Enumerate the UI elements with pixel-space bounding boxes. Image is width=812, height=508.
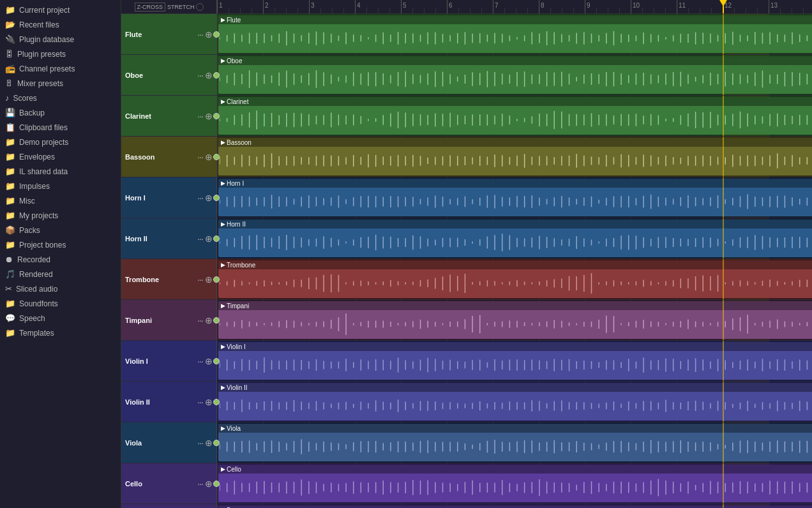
sidebar-item-rendered[interactable]: 🎵 Rendered bbox=[0, 267, 121, 281]
sidebar-item-my-projects[interactable]: 📁 My projects bbox=[0, 208, 121, 223]
sidebar-item-soundfonts[interactable]: 📁 Soundfonts bbox=[0, 296, 121, 311]
track-header-bassoon[interactable]: Bassoon···⊕ bbox=[121, 137, 217, 177]
node-connector-dot[interactable] bbox=[213, 440, 220, 446]
track-header-flute[interactable]: Flute···⊕ bbox=[121, 14, 217, 54]
track-add-icon[interactable]: ⊕ bbox=[205, 356, 213, 366]
track-dots-icon[interactable]: ··· bbox=[197, 315, 203, 325]
node-connector-dot[interactable] bbox=[213, 154, 220, 160]
node-connector-dot[interactable] bbox=[213, 235, 220, 242]
sidebar-item-recent-files[interactable]: 📂 Recent files bbox=[0, 17, 121, 32]
sidebar-item-templates[interactable]: 📁 Templates bbox=[0, 325, 121, 340]
node-connector-dot[interactable] bbox=[213, 31, 220, 38]
track-header-violin1[interactable]: Violin I···⊕ bbox=[121, 341, 217, 381]
track-controls-viola: ···⊕ bbox=[197, 438, 213, 448]
track-dots-icon[interactable]: ··· bbox=[197, 193, 203, 203]
track-content-cello[interactable]: ▶ Cello bbox=[217, 463, 812, 504]
track-dots-icon[interactable]: ··· bbox=[197, 438, 203, 448]
node-connector-dot[interactable] bbox=[213, 358, 220, 364]
track-dots-icon[interactable]: ··· bbox=[197, 29, 203, 40]
track-add-icon[interactable]: ⊕ bbox=[205, 274, 213, 285]
sidebar-label: IL shared data bbox=[19, 167, 68, 176]
track-add-icon[interactable]: ⊕ bbox=[205, 234, 213, 244]
track-add-icon[interactable]: ⊕ bbox=[205, 152, 213, 162]
track-add-icon[interactable]: ⊕ bbox=[205, 29, 213, 40]
sidebar-item-il-shared-data[interactable]: 📁 IL shared data bbox=[0, 164, 121, 179]
sidebar-item-envelopes[interactable]: 📁 Envelopes bbox=[0, 149, 121, 164]
track-dots-icon[interactable]: ··· bbox=[197, 274, 203, 285]
playhead-line bbox=[723, 341, 724, 381]
sidebar-item-current-project[interactable]: 📁 Current project bbox=[0, 3, 121, 17]
track-header-trombone[interactable]: Trombone···⊕ bbox=[121, 259, 217, 299]
sidebar-item-mixer-presets[interactable]: 🎚 Mixer presets bbox=[0, 76, 121, 91]
track-content-oboe[interactable]: ▶ Oboe bbox=[217, 55, 812, 95]
sidebar-item-impulses[interactable]: 📁 Impulses bbox=[0, 179, 121, 193]
playhead-line bbox=[723, 382, 724, 422]
timeline-ruler[interactable]: 12345678910111213 bbox=[217, 0, 812, 13]
track-add-icon[interactable]: ⊕ bbox=[205, 315, 213, 325]
sidebar-item-channel-presets[interactable]: 📻 Channel presets bbox=[0, 61, 121, 76]
track-header-timpani[interactable]: Timpani···⊕ bbox=[121, 300, 217, 340]
track-header-cello[interactable]: Cello···⊕ bbox=[121, 463, 217, 504]
sidebar-item-recorded[interactable]: ⏺ Recorded bbox=[0, 252, 121, 267]
track-dots-icon[interactable]: ··· bbox=[197, 70, 203, 80]
track-header-clarinet[interactable]: Clarinet···⊕ bbox=[121, 96, 217, 136]
sidebar-item-demo-projects[interactable]: 📁 Demo projects bbox=[0, 135, 121, 149]
node-connector-dot[interactable] bbox=[213, 399, 220, 405]
folder-icon: 📁 bbox=[5, 137, 15, 147]
sidebar-item-plugin-database[interactable]: 🔌 Plugin database bbox=[0, 32, 121, 47]
track-header-viola[interactable]: Viola···⊕ bbox=[121, 422, 217, 463]
track-dots-icon[interactable]: ··· bbox=[197, 152, 203, 162]
playhead-line bbox=[723, 14, 724, 54]
track-header-horn1[interactable]: Horn I···⊕ bbox=[121, 177, 217, 218]
node-connector-dot[interactable] bbox=[213, 276, 220, 283]
track-add-icon[interactable]: ⊕ bbox=[205, 438, 213, 448]
track-dots-icon[interactable]: ··· bbox=[197, 479, 203, 489]
sidebar-item-clipboard-files[interactable]: 📋 Clipboard files bbox=[0, 120, 121, 135]
plugin-icon: 🔌 bbox=[5, 34, 15, 44]
node-connector-dot[interactable] bbox=[213, 317, 220, 324]
track-content-violin2[interactable]: ▶ Violin II bbox=[217, 382, 812, 422]
track-content-trombone[interactable]: ▶ Trombone bbox=[217, 259, 812, 299]
track-content-horn2[interactable]: ▶ Horn II bbox=[217, 218, 812, 258]
track-add-icon[interactable]: ⊕ bbox=[205, 193, 213, 203]
track-header-oboe[interactable]: Oboe···⊕ bbox=[121, 55, 217, 95]
track-content-viola[interactable]: ▶ Viola bbox=[217, 422, 812, 463]
sidebar-item-speech[interactable]: 💬 Speech bbox=[0, 311, 121, 325]
track-header-contrabass[interactable]: Contrabass···⊕ bbox=[121, 504, 217, 508]
tracks-scroll-area[interactable]: Flute···⊕▶ FluteOboe···⊕▶ OboeClarinet··… bbox=[121, 14, 812, 508]
backup-icon: 💾 bbox=[5, 108, 15, 117]
sidebar-item-scores[interactable]: ♪ Scores bbox=[0, 91, 121, 105]
sidebar-item-project-bones[interactable]: 📁 Project bones bbox=[0, 237, 121, 252]
track-dots-icon[interactable]: ··· bbox=[197, 356, 203, 366]
track-name-cello: Cello bbox=[125, 480, 197, 488]
track-header-violin2[interactable]: Violin II···⊕ bbox=[121, 382, 217, 422]
node-connector-dot[interactable] bbox=[213, 481, 220, 487]
track-add-icon[interactable]: ⊕ bbox=[205, 397, 213, 407]
track-add-icon[interactable]: ⊕ bbox=[205, 479, 213, 489]
sidebar-item-packs[interactable]: 📦 Packs bbox=[0, 223, 121, 237]
track-content-timpani[interactable]: ▶ Timpani bbox=[217, 300, 812, 340]
track-content-bassoon[interactable]: ▶ Bassoon bbox=[217, 137, 812, 177]
track-dots-icon[interactable]: ··· bbox=[197, 234, 203, 244]
track-dots-icon[interactable]: ··· bbox=[197, 397, 203, 407]
track-add-icon[interactable]: ⊕ bbox=[205, 70, 213, 80]
track-content-clarinet[interactable]: ▶ Clarinet bbox=[217, 96, 812, 136]
track-content-violin1[interactable]: ▶ Violin I bbox=[217, 341, 812, 381]
track-controls-horn1: ···⊕ bbox=[197, 193, 213, 203]
track-row-oboe: Oboe···⊕▶ Oboe bbox=[121, 55, 812, 96]
track-content-contrabass[interactable]: ▶ Bass bbox=[217, 504, 812, 508]
sidebar-item-backup[interactable]: 💾 Backup bbox=[0, 105, 121, 120]
track-dots-icon[interactable]: ··· bbox=[197, 111, 203, 121]
track-content-flute[interactable]: ▶ Flute bbox=[217, 14, 812, 54]
sidebar-item-misc[interactable]: 📁 Misc bbox=[0, 193, 121, 208]
sidebar-item-plugin-presets[interactable]: 🎛 Plugin presets bbox=[0, 47, 121, 61]
node-connector-dot[interactable] bbox=[213, 195, 220, 201]
node-connector-dot[interactable] bbox=[213, 113, 220, 119]
sidebar-item-sliced-audio[interactable]: ✂ Sliced audio bbox=[0, 281, 121, 296]
track-header-horn2[interactable]: Horn II···⊕ bbox=[121, 218, 217, 258]
node-connector-dot[interactable] bbox=[213, 72, 220, 78]
track-name-violin1: Violin I bbox=[125, 357, 197, 365]
track-add-icon[interactable]: ⊕ bbox=[205, 111, 213, 121]
sidebar-label: Plugin presets bbox=[17, 50, 66, 59]
track-content-horn1[interactable]: ▶ Horn I bbox=[217, 177, 812, 218]
